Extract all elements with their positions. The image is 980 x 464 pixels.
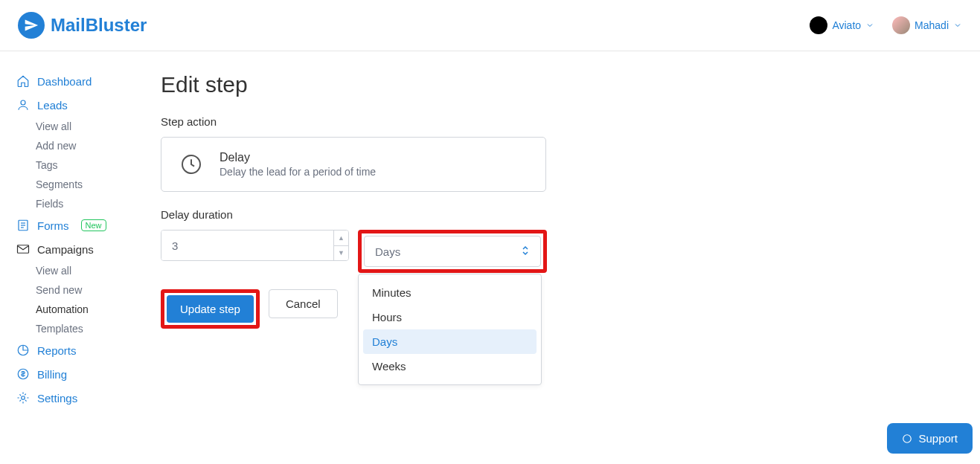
org-picker[interactable]: Aviato — [810, 16, 874, 34]
form-icon — [16, 219, 30, 232]
gear-icon — [16, 391, 30, 405]
logo[interactable]: MailBluster — [18, 12, 147, 39]
logo-icon — [18, 12, 45, 39]
sidebar-sub-leads-fields[interactable]: Fields — [36, 194, 144, 213]
dropdown-option-hours[interactable]: Hours — [363, 305, 537, 329]
new-badge: New — [81, 219, 106, 231]
sidebar-sub-campaigns-viewall[interactable]: View all — [36, 261, 144, 280]
user-name: Mahadi — [915, 19, 949, 31]
sidebar-sub-campaigns-automation[interactable]: Automation — [36, 300, 144, 319]
duration-number-input[interactable] — [161, 231, 333, 260]
sidebar-label: Billing — [37, 368, 67, 381]
sidebar-item-reports[interactable]: Reports — [16, 338, 144, 362]
stepper-down-button[interactable]: ▼ — [334, 246, 348, 261]
select-caret-icon — [521, 245, 530, 259]
duration-unit-value: Days — [375, 245, 400, 258]
update-step-button[interactable]: Update step — [167, 295, 254, 323]
sidebar-item-dashboard[interactable]: Dashboard — [16, 69, 144, 93]
org-avatar — [810, 16, 827, 34]
svg-rect-5 — [18, 245, 29, 254]
user-icon — [16, 98, 30, 112]
home-icon — [16, 74, 30, 88]
svg-point-10 — [903, 434, 912, 442]
sidebar-item-leads[interactable]: Leads — [16, 93, 144, 117]
dropdown-option-days[interactable]: Days — [363, 329, 537, 354]
sidebar-label: Campaigns — [37, 243, 94, 256]
clock-icon — [178, 151, 205, 178]
sidebar-label: Dashboard — [37, 75, 92, 88]
sidebar-sub-leads-segments[interactable]: Segments — [36, 175, 144, 194]
main-content: Edit step Step action Delay Delay the le… — [161, 51, 980, 410]
svg-point-0 — [21, 100, 25, 105]
duration-unit-dropdown: Minutes Hours Days Weeks — [358, 274, 542, 385]
envelope-icon — [16, 242, 30, 256]
stepper-up-button[interactable]: ▲ — [334, 231, 348, 246]
svg-point-8 — [22, 396, 25, 400]
sidebar-sub-leads-tags[interactable]: Tags — [36, 155, 144, 175]
brand-name: MailBluster — [51, 15, 147, 36]
sidebar-sub-campaigns-templates[interactable]: Templates — [36, 319, 144, 338]
sidebar-item-billing[interactable]: Billing — [16, 362, 144, 386]
sidebar-sub-leads-viewall[interactable]: View all — [36, 117, 144, 136]
sidebar-label: Leads — [37, 99, 68, 112]
header: MailBluster Aviato Mahadi — [0, 0, 980, 51]
section-delay-duration-label: Delay duration — [161, 208, 980, 221]
support-label: Support — [918, 432, 958, 445]
duration-number-input-wrap: ▲ ▼ — [161, 230, 349, 261]
dollar-icon — [16, 367, 30, 381]
step-desc: Delay the lead for a period of time — [220, 166, 376, 178]
support-icon — [902, 434, 912, 444]
sidebar-sub-leads-addnew[interactable]: Add new — [36, 136, 144, 155]
support-button[interactable]: Support — [887, 423, 973, 454]
sidebar-item-forms[interactable]: Forms New — [16, 213, 144, 237]
chart-icon — [16, 344, 30, 357]
duration-unit-select[interactable]: Days — [364, 236, 541, 267]
step-title: Delay — [220, 151, 376, 164]
sidebar-label: Reports — [37, 344, 77, 357]
user-picker[interactable]: Mahadi — [892, 16, 962, 34]
chevron-down-icon — [953, 21, 962, 30]
org-name: Aviato — [832, 19, 861, 31]
user-avatar — [892, 16, 910, 34]
section-step-action-label: Step action — [161, 115, 980, 128]
sidebar-item-campaigns[interactable]: Campaigns — [16, 237, 144, 261]
sidebar-label: Forms — [37, 219, 69, 232]
chevron-down-icon — [865, 21, 874, 30]
page-title: Edit step — [161, 72, 980, 97]
sidebar-sub-campaigns-sendnew[interactable]: Send new — [36, 280, 144, 300]
dropdown-option-minutes[interactable]: Minutes — [363, 280, 537, 305]
step-action-card[interactable]: Delay Delay the lead for a period of tim… — [161, 137, 546, 192]
dropdown-option-weeks[interactable]: Weeks — [363, 354, 537, 378]
sidebar-label: Settings — [37, 392, 77, 405]
sidebar-item-settings[interactable]: Settings — [16, 386, 144, 410]
cancel-button[interactable]: Cancel — [269, 289, 338, 318]
sidebar: Dashboard Leads View all Add new Tags Se… — [0, 51, 161, 410]
